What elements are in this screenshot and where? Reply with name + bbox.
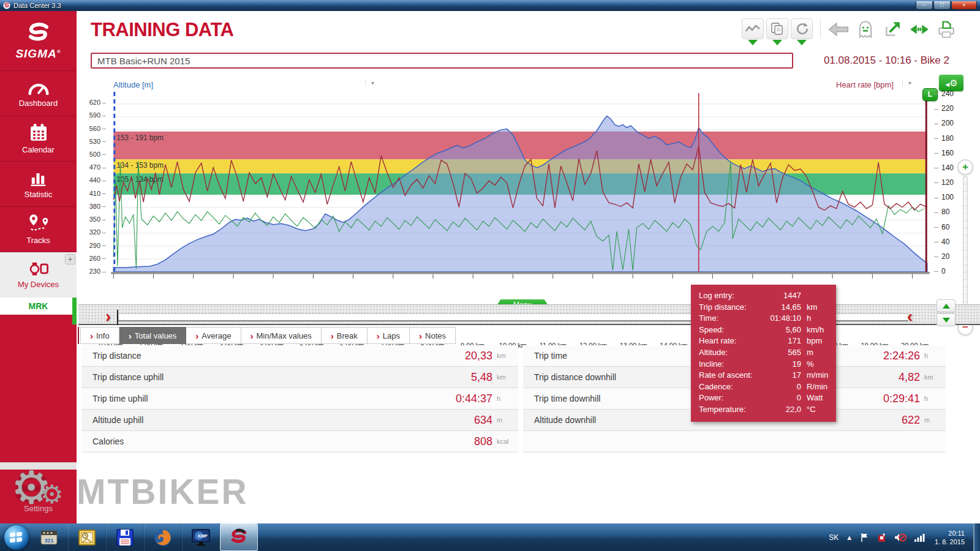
device-name-label: MRK — [29, 301, 48, 311]
stat-unit: h — [920, 352, 946, 359]
chart-settings-button[interactable]: ◀⚙ — [939, 75, 963, 91]
chevron-right-icon: › — [90, 331, 93, 340]
sidebar-item-label: Calendar — [22, 145, 55, 154]
volume-muted-icon[interactable] — [894, 533, 907, 542]
outlook-taskbar-button[interactable] — [68, 523, 106, 551]
main-content: TRAINING DATA 01.08.2015 - 10:16 - Bike … — [77, 11, 980, 523]
page-title: TRAINING DATA — [91, 19, 233, 41]
heart-rate-tick-label: 120 — [934, 178, 961, 187]
chevron-up-icon — [943, 304, 950, 309]
range-start-chevron-icon[interactable]: › — [105, 309, 111, 324]
svg-text:KMP: KMP — [198, 534, 208, 538]
sidebar-item-dashboard[interactable]: Dashboard — [0, 70, 77, 116]
action-center-icon[interactable] — [877, 533, 887, 542]
map-pins-icon — [26, 214, 51, 232]
media-player-classic-button[interactable]: 321 — [37, 526, 61, 549]
tooltip-row: Time:01:48:10h — [699, 313, 828, 324]
stat-label: Trip distance — [92, 351, 425, 361]
minimize-button[interactable]: – — [916, 1, 933, 10]
tooltip-value: 01:48:10 — [761, 313, 801, 324]
show-desktop-button[interactable] — [973, 523, 980, 551]
copy-button[interactable] — [766, 18, 788, 39]
session-name-input[interactable] — [91, 53, 793, 69]
sidebar-item-device-mrk[interactable]: MRK — [0, 298, 77, 315]
hidden-icons-arrow[interactable]: ▲ — [847, 534, 851, 541]
tooltip-value: 19 — [761, 359, 801, 370]
window-titlebar[interactable]: Data Center 3.3 – □ × — [0, 0, 980, 11]
brand-name: SIGMA — [15, 47, 56, 60]
back-arrow-button[interactable] — [827, 18, 850, 40]
totals-table-left: Trip distance20,33kmTrip distance uphill… — [81, 345, 518, 452]
compare-arrows-button[interactable] — [908, 18, 931, 40]
sidebar-item-label: My Devices — [18, 280, 59, 289]
sidebar-item-settings[interactable]: ⚙ ⚙ Settings — [0, 470, 77, 523]
ghost-button[interactable] — [854, 18, 877, 40]
device-active-strip — [72, 298, 77, 324]
tab-label: Total values — [135, 331, 177, 340]
stat-value: 2:24:26 — [853, 350, 920, 362]
stat-value: 20,33 — [425, 350, 492, 362]
sidebar-item-statistic[interactable]: Statistic — [0, 161, 77, 206]
tab-break[interactable]: ›Break — [322, 327, 368, 344]
sidebar-filler — [0, 315, 77, 462]
altitude-tick-label: 380 — [85, 203, 106, 210]
green-drop-arrow-icon — [748, 40, 758, 45]
chevron-right-icon: › — [377, 331, 380, 340]
add-device-button[interactable]: + — [65, 254, 75, 264]
tab-min-max-values[interactable]: ›Min/Max values — [241, 327, 322, 344]
start-button[interactable] — [4, 525, 29, 550]
range-end-chevron-icon[interactable]: ‹ — [907, 309, 913, 324]
maximize-button[interactable]: □ — [933, 1, 951, 10]
sigma-datacenter-taskbar-button[interactable] — [220, 523, 258, 551]
sidebar-item-my-devices[interactable]: + My Devices — [0, 252, 77, 298]
tooltip-value: 171 — [761, 335, 801, 347]
stat-label: Calories — [92, 437, 425, 446]
right-axis-selector[interactable]: Heart rate [bpm] — [836, 80, 894, 89]
zoom-slider-track[interactable] — [963, 176, 968, 318]
scroll-up-button[interactable] — [937, 299, 956, 312]
chart-curves-button[interactable] — [742, 18, 764, 39]
stat-unit: m — [492, 416, 518, 424]
svg-text:153 - 191 bpm: 153 - 191 bpm — [116, 133, 164, 142]
tooltip-value: 5,60 — [761, 324, 801, 336]
left-axis-selector[interactable]: Altitude [m] — [113, 80, 153, 89]
tab-total-values[interactable]: ›Total values — [119, 327, 187, 344]
training-plot[interactable]: 153 - 191 bpm134 - 153 bpm105 - 134 bpm — [111, 92, 930, 282]
save-taskbar-button[interactable] — [106, 523, 144, 551]
sidebar-nav: DashboardCalendarStatisticTracks — [0, 70, 77, 252]
firefox-taskbar-button[interactable] — [144, 523, 182, 551]
sidebar-item-tracks[interactable]: Tracks — [0, 206, 77, 252]
flag-icon[interactable] — [860, 533, 870, 542]
altitude-tick-label: 410 — [85, 190, 106, 197]
print-button[interactable] — [935, 18, 958, 40]
clock[interactable]: 20:11 1. 8. 2015 — [935, 529, 965, 546]
range-slider-handle[interactable] — [117, 310, 118, 325]
chevron-down-icon[interactable]: ▾ — [365, 80, 374, 86]
tooltip-label: Time: — [699, 313, 761, 324]
stat-label: Altitude uphill — [92, 415, 425, 425]
green-drop-arrow-icon — [772, 40, 782, 45]
export-button[interactable] — [881, 18, 904, 40]
tooltip-unit: km/h — [801, 324, 828, 336]
reload-button[interactable] — [791, 18, 813, 39]
heart-rate-tick-label: 20 — [934, 252, 961, 261]
heart-rate-tick-label: 220 — [934, 104, 961, 113]
tab-average[interactable]: ›Average — [186, 327, 241, 344]
sidebar-item-calendar[interactable]: Calendar — [0, 116, 77, 161]
heart-rate-tick-label: 0 — [934, 267, 961, 276]
heart-rate-tick-label: 200 — [934, 119, 961, 127]
tooltip-value: 1447 — [761, 290, 801, 302]
tray-time: 20:11 — [935, 529, 965, 538]
tab-info[interactable]: ›Info — [80, 327, 119, 344]
tooltip-unit: Watt — [801, 392, 828, 404]
chevron-right-icon: › — [129, 331, 132, 340]
kmplayer-taskbar-button[interactable]: KMP — [182, 523, 220, 551]
chevron-down-icon[interactable]: ▾ — [902, 80, 911, 86]
network-icon[interactable] — [914, 533, 925, 542]
tab-laps[interactable]: ›Laps — [368, 327, 410, 344]
tab-notes[interactable]: ›Notes — [410, 327, 456, 344]
scroll-down-button[interactable] — [937, 313, 956, 326]
language-indicator[interactable]: SK — [829, 533, 839, 542]
svg-text:134 - 153 bpm: 134 - 153 bpm — [116, 161, 164, 170]
close-button[interactable]: × — [951, 1, 977, 10]
